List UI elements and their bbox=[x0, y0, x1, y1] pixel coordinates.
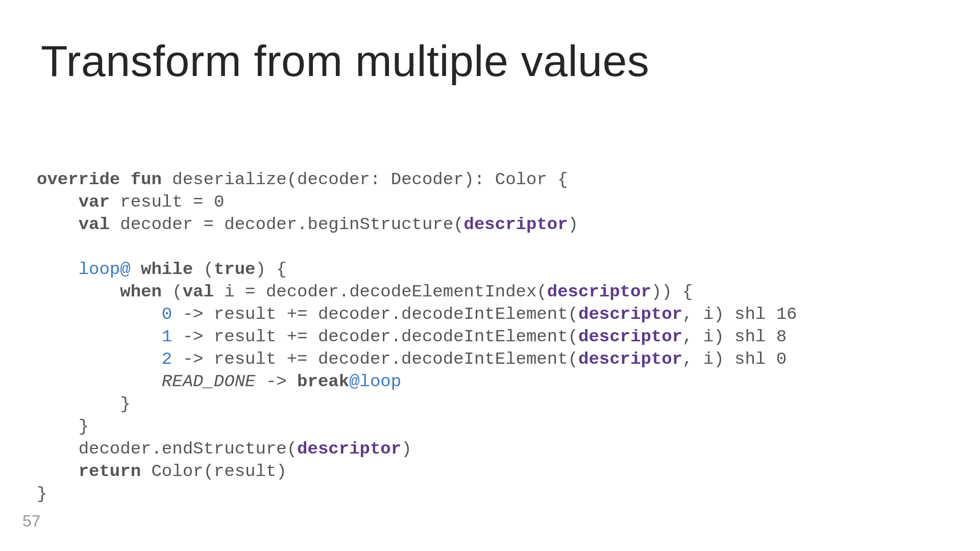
slide-title: Transform from multiple values bbox=[41, 36, 649, 86]
code-text: , i) shl 0 bbox=[682, 349, 787, 369]
code-indent bbox=[37, 192, 79, 212]
code-indent bbox=[37, 372, 162, 391]
code-text: -> bbox=[255, 372, 297, 391]
code-text: -> result += decoder.decodeIntElement( bbox=[172, 305, 578, 324]
code-text: decoder.endStructure( bbox=[79, 439, 297, 459]
code-block: override fun deserialize(decoder: Decode… bbox=[37, 168, 797, 505]
read-done: READ_DONE bbox=[162, 372, 256, 391]
keyword-when: when bbox=[120, 282, 162, 302]
keyword-break: break bbox=[297, 372, 349, 391]
loop-label-ref: @loop bbox=[349, 372, 401, 391]
code-indent bbox=[37, 305, 162, 324]
descriptor-ref: descriptor bbox=[464, 215, 568, 234]
code-text: , i) shl 8 bbox=[682, 327, 787, 346]
descriptor-ref: descriptor bbox=[578, 349, 682, 369]
code-text: , i) shl 16 bbox=[682, 305, 797, 324]
loop-label: loop@ bbox=[79, 260, 131, 279]
code-text bbox=[131, 260, 141, 279]
literal-2: 2 bbox=[162, 349, 172, 369]
code-indent bbox=[37, 215, 79, 234]
code-text: Color(result) bbox=[141, 462, 287, 481]
slide: Transform from multiple values override … bbox=[0, 0, 980, 551]
literal-1: 1 bbox=[162, 327, 172, 346]
descriptor-ref: descriptor bbox=[578, 327, 682, 346]
code-text: -> result += decoder.decodeIntElement( bbox=[172, 327, 578, 346]
keyword-override: override bbox=[37, 170, 120, 189]
code-indent bbox=[37, 282, 120, 302]
code-text: ( bbox=[193, 260, 214, 279]
keyword-true: true bbox=[214, 260, 256, 279]
code-text: decoder = decoder.beginStructure( bbox=[110, 215, 464, 234]
keyword-return: return bbox=[79, 462, 141, 481]
code-text: ( bbox=[162, 282, 183, 302]
code-text: ) bbox=[568, 215, 578, 234]
keyword-while: while bbox=[141, 260, 193, 279]
code-indent bbox=[37, 462, 79, 481]
code-text: } bbox=[120, 394, 130, 414]
descriptor-ref: descriptor bbox=[547, 282, 651, 302]
code-text: ) { bbox=[256, 260, 287, 279]
keyword-val: val bbox=[183, 282, 214, 302]
code-indent bbox=[37, 260, 79, 279]
code-text: )) { bbox=[651, 282, 693, 302]
descriptor-ref: descriptor bbox=[578, 305, 682, 324]
literal-0: 0 bbox=[162, 305, 172, 324]
code-text: } bbox=[79, 417, 89, 436]
keyword-var: var bbox=[79, 192, 110, 212]
keyword-val: val bbox=[79, 215, 110, 234]
code-indent bbox=[37, 394, 120, 414]
page-number: 57 bbox=[22, 512, 41, 531]
code-indent bbox=[37, 327, 162, 346]
code-text: i = decoder.decodeElementIndex( bbox=[214, 282, 547, 302]
code-text: } bbox=[37, 484, 47, 504]
descriptor-ref: descriptor bbox=[297, 439, 401, 459]
keyword-fun: fun bbox=[131, 170, 162, 189]
code-text: ) bbox=[401, 439, 411, 459]
code-indent bbox=[37, 417, 79, 436]
code-text: deserialize(decoder: Decoder): Color { bbox=[162, 170, 568, 189]
code-text: -> result += decoder.decodeIntElement( bbox=[172, 349, 578, 369]
code-indent bbox=[37, 349, 162, 369]
code-text: result = 0 bbox=[110, 192, 224, 212]
code-indent bbox=[37, 439, 79, 459]
